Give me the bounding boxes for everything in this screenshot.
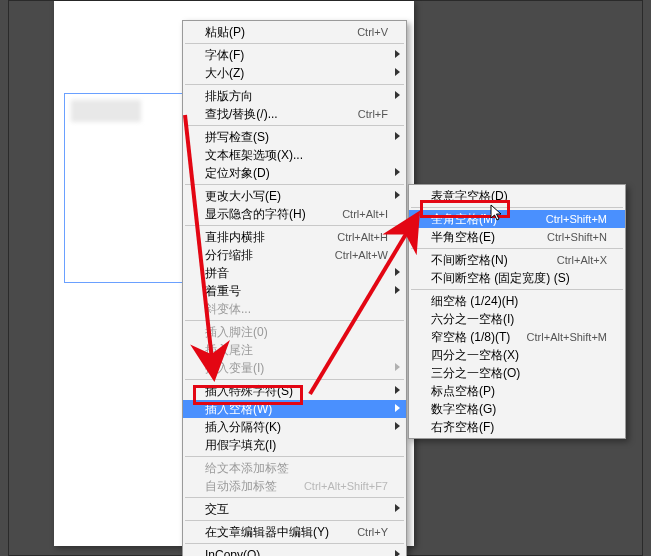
main-menu-item-26[interactable]: 插入空格(W) bbox=[183, 400, 406, 418]
menu-item-shortcut: Ctrl+Alt+W bbox=[335, 249, 388, 261]
submenu-separator bbox=[411, 207, 623, 208]
menu-item-label: 文本框架选项(X)... bbox=[205, 147, 388, 164]
menu-item-label: 右齐空格(F) bbox=[431, 419, 607, 436]
main-menu-item-6[interactable]: 查找/替换(/)...Ctrl+F bbox=[183, 105, 406, 123]
main-menu-separator bbox=[185, 320, 404, 321]
submenu-item-12[interactable]: 三分之一空格(O) bbox=[409, 364, 625, 382]
menu-item-shortcut: Ctrl+Alt+Shift+F7 bbox=[304, 480, 388, 492]
submenu-item-2[interactable]: 全角空格(M)Ctrl+Shift+M bbox=[409, 210, 625, 228]
submenu-item-3[interactable]: 半角空格(E)Ctrl+Shift+N bbox=[409, 228, 625, 246]
menu-item-label: 插入尾注 bbox=[205, 342, 388, 359]
main-menu-item-25[interactable]: 插入特殊字符(S) bbox=[183, 382, 406, 400]
menu-item-label: 插入特殊字符(S) bbox=[205, 383, 388, 400]
main-menu-item-10[interactable]: 定位对象(D) bbox=[183, 164, 406, 182]
main-menu-item-3[interactable]: 大小(Z) bbox=[183, 64, 406, 82]
chevron-right-icon bbox=[395, 404, 400, 412]
chevron-right-icon bbox=[395, 550, 400, 556]
main-menu-item-8[interactable]: 拼写检查(S) bbox=[183, 128, 406, 146]
menu-item-label: 插入分隔符(K) bbox=[205, 419, 388, 436]
menu-item-label: 给文本添加标签 bbox=[205, 460, 388, 477]
main-menu-item-9[interactable]: 文本框架选项(X)... bbox=[183, 146, 406, 164]
menu-item-label: 不间断空格 (固定宽度) (S) bbox=[431, 270, 607, 287]
main-menu-item-16[interactable]: 分行缩排Ctrl+Alt+W bbox=[183, 246, 406, 264]
chevron-right-icon bbox=[395, 363, 400, 371]
menu-item-label: 分行缩排 bbox=[205, 247, 335, 264]
main-menu-item-15[interactable]: 直排内横排Ctrl+Alt+H bbox=[183, 228, 406, 246]
submenu-item-13[interactable]: 标点空格(P) bbox=[409, 382, 625, 400]
submenu-item-15[interactable]: 右齐空格(F) bbox=[409, 418, 625, 436]
main-menu-separator bbox=[185, 225, 404, 226]
menu-item-label: 表意字空格(D) bbox=[431, 188, 607, 205]
main-menu-item-37[interactable]: InCopy(O) bbox=[183, 546, 406, 556]
main-menu-item-5[interactable]: 排版方向 bbox=[183, 87, 406, 105]
menu-item-label: 自动添加标签 bbox=[205, 478, 304, 495]
main-menu-item-28[interactable]: 用假字填充(I) bbox=[183, 436, 406, 454]
main-menu-separator bbox=[185, 43, 404, 44]
main-menu-item-17[interactable]: 拼音 bbox=[183, 264, 406, 282]
submenu-item-8[interactable]: 细空格 (1/24)(H) bbox=[409, 292, 625, 310]
menu-item-label: 插入空格(W) bbox=[205, 401, 388, 418]
chevron-right-icon bbox=[395, 50, 400, 58]
submenu-item-5[interactable]: 不间断空格(N)Ctrl+Alt+X bbox=[409, 251, 625, 269]
main-menu-item-35[interactable]: 在文章编辑器中编辑(Y)Ctrl+Y bbox=[183, 523, 406, 541]
main-menu-separator bbox=[185, 184, 404, 185]
menu-item-shortcut: Ctrl+V bbox=[357, 26, 388, 38]
menu-item-label: 全角空格(M) bbox=[431, 211, 546, 228]
main-menu-separator bbox=[185, 84, 404, 85]
menu-item-shortcut: Ctrl+Alt+X bbox=[557, 254, 607, 266]
menu-item-label: 查找/替换(/)... bbox=[205, 106, 358, 123]
menu-item-shortcut: Ctrl+Y bbox=[357, 526, 388, 538]
main-menu-item-13[interactable]: 显示隐含的字符(H)Ctrl+Alt+I bbox=[183, 205, 406, 223]
menu-item-shortcut: Ctrl+Shift+N bbox=[547, 231, 607, 243]
chevron-right-icon bbox=[395, 422, 400, 430]
menu-item-label: 粘贴(P) bbox=[205, 24, 357, 41]
menu-item-label: 数字空格(G) bbox=[431, 401, 607, 418]
menu-item-label: 显示隐含的字符(H) bbox=[205, 206, 342, 223]
main-menu-item-31: 自动添加标签Ctrl+Alt+Shift+F7 bbox=[183, 477, 406, 495]
chevron-right-icon bbox=[395, 168, 400, 176]
menu-item-label: 大小(Z) bbox=[205, 65, 388, 82]
menu-item-shortcut: Ctrl+Alt+I bbox=[342, 208, 388, 220]
menu-item-label: 直排内横排 bbox=[205, 229, 337, 246]
main-menu-item-18[interactable]: 着重号 bbox=[183, 282, 406, 300]
main-menu-separator bbox=[185, 497, 404, 498]
main-menu-item-30: 给文本添加标签 bbox=[183, 459, 406, 477]
menu-item-label: 拼写检查(S) bbox=[205, 129, 388, 146]
menu-item-label: 细空格 (1/24)(H) bbox=[431, 293, 607, 310]
chevron-right-icon bbox=[395, 132, 400, 140]
menu-item-label: InCopy(O) bbox=[205, 548, 388, 556]
context-submenu-insert-space[interactable]: 表意字空格(D)全角空格(M)Ctrl+Shift+M半角空格(E)Ctrl+S… bbox=[408, 184, 626, 439]
submenu-separator bbox=[411, 248, 623, 249]
menu-item-label: 六分之一空格(I) bbox=[431, 311, 607, 328]
submenu-item-0[interactable]: 表意字空格(D) bbox=[409, 187, 625, 205]
main-menu-separator bbox=[185, 379, 404, 380]
submenu-item-6[interactable]: 不间断空格 (固定宽度) (S) bbox=[409, 269, 625, 287]
main-menu-item-12[interactable]: 更改大小写(E) bbox=[183, 187, 406, 205]
submenu-separator bbox=[411, 289, 623, 290]
chevron-right-icon bbox=[395, 504, 400, 512]
main-menu-item-33[interactable]: 交互 bbox=[183, 500, 406, 518]
menu-item-label: 窄空格 (1/8)(T) bbox=[431, 329, 527, 346]
main-menu-item-0[interactable]: 粘贴(P)Ctrl+V bbox=[183, 23, 406, 41]
menu-item-label: 字体(F) bbox=[205, 47, 388, 64]
submenu-item-10[interactable]: 窄空格 (1/8)(T)Ctrl+Alt+Shift+M bbox=[409, 328, 625, 346]
menu-item-label: 半角空格(E) bbox=[431, 229, 547, 246]
menu-item-label: 定位对象(D) bbox=[205, 165, 388, 182]
menu-item-label: 更改大小写(E) bbox=[205, 188, 388, 205]
menu-item-shortcut: Ctrl+Alt+H bbox=[337, 231, 388, 243]
chevron-right-icon bbox=[395, 386, 400, 394]
menu-item-shortcut: Ctrl+Alt+Shift+M bbox=[527, 331, 607, 343]
chevron-right-icon bbox=[395, 91, 400, 99]
menu-item-label: 不间断空格(N) bbox=[431, 252, 557, 269]
menu-item-shortcut: Ctrl+F bbox=[358, 108, 388, 120]
chevron-right-icon bbox=[395, 268, 400, 276]
context-menu-main[interactable]: 粘贴(P)Ctrl+V字体(F)大小(Z)排版方向查找/替换(/)...Ctrl… bbox=[182, 20, 407, 556]
menu-item-label: 插入变量(I) bbox=[205, 360, 388, 377]
submenu-item-9[interactable]: 六分之一空格(I) bbox=[409, 310, 625, 328]
submenu-item-14[interactable]: 数字空格(G) bbox=[409, 400, 625, 418]
blurred-text bbox=[71, 100, 141, 122]
main-menu-separator bbox=[185, 125, 404, 126]
main-menu-item-27[interactable]: 插入分隔符(K) bbox=[183, 418, 406, 436]
main-menu-item-2[interactable]: 字体(F) bbox=[183, 46, 406, 64]
submenu-item-11[interactable]: 四分之一空格(X) bbox=[409, 346, 625, 364]
